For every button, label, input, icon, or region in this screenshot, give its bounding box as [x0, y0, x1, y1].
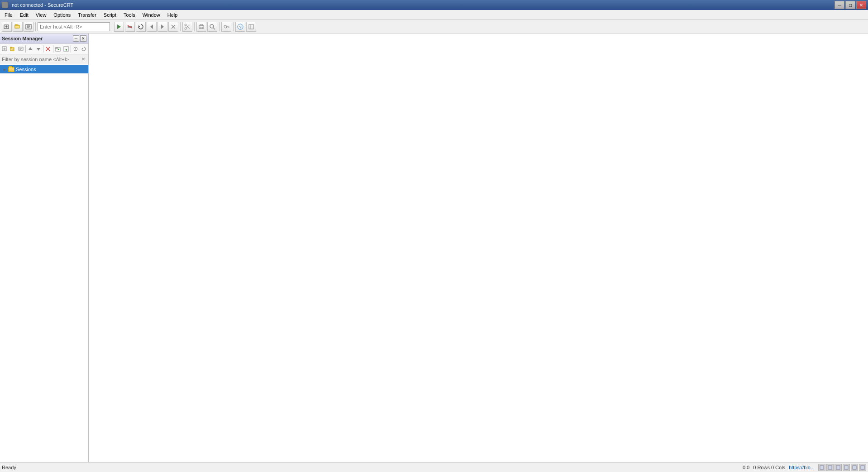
reconnect-btn[interactable]	[136, 22, 146, 32]
svg-rect-53	[64, 47, 68, 51]
status-icons	[818, 464, 866, 471]
prev-session-btn[interactable]	[147, 22, 157, 32]
svg-rect-63	[853, 466, 856, 469]
svg-point-27	[224, 25, 227, 28]
session-toolbar	[0, 43, 88, 54]
sm-sep-3	[53, 45, 53, 53]
svg-marker-13	[138, 25, 140, 27]
toolbar-sep-6	[233, 22, 234, 31]
svg-line-21	[186, 25, 190, 29]
find-btn[interactable]	[207, 22, 217, 32]
close-tab-btn[interactable]	[168, 22, 178, 32]
svg-point-57	[75, 49, 76, 50]
svg-text:?: ?	[239, 25, 241, 29]
menu-tools[interactable]: Tools	[120, 10, 139, 19]
menu-script[interactable]: Script	[100, 10, 120, 19]
svg-rect-24	[200, 27, 203, 29]
dimensions-text: 0 Rows 0 Cols	[753, 465, 785, 470]
sm-refresh-btn[interactable]	[80, 45, 87, 53]
svg-rect-62	[844, 466, 848, 469]
sm-connect-window-btn[interactable]	[62, 45, 70, 53]
menu-edit[interactable]: Edit	[16, 10, 32, 19]
toolbar-sep-5	[219, 22, 219, 31]
new-session-toolbar-btn[interactable]	[2, 22, 12, 32]
svg-rect-5	[15, 25, 19, 28]
status-bar: Ready 0 0 0 Rows 0 Cols https://blo...	[0, 462, 868, 472]
svg-marker-58	[82, 48, 83, 49]
svg-marker-54	[65, 49, 67, 51]
menu-bar: File Edit View Options Transfer Script T…	[0, 10, 868, 20]
status-icon-2[interactable]	[826, 464, 834, 471]
menu-file[interactable]: File	[1, 10, 16, 19]
title-controls[interactable]: ─ □ ✕	[835, 1, 866, 9]
menu-window[interactable]: Window	[139, 10, 164, 19]
sm-sep-4	[71, 45, 71, 53]
sm-rename-btn[interactable]	[17, 45, 24, 53]
next-session-btn[interactable]	[157, 22, 167, 32]
filter-close-btn[interactable]: ✕	[80, 56, 86, 63]
main-content	[89, 34, 868, 462]
session-panel-pin-btn[interactable]: ─	[73, 35, 79, 42]
svg-marker-14	[150, 24, 153, 29]
sm-move-up-btn[interactable]	[27, 45, 34, 53]
sm-connect-tab-btn[interactable]	[54, 45, 62, 53]
window-title: not connected - SecureCRT	[10, 2, 73, 8]
status-text: Ready	[2, 465, 16, 470]
status-left: Ready	[2, 465, 16, 470]
session-filter-input[interactable]	[2, 55, 80, 63]
close-button[interactable]: ✕	[856, 1, 866, 9]
url-link[interactable]: https://blo...	[789, 465, 815, 470]
status-icon-3[interactable]	[835, 464, 842, 471]
status-icon-1[interactable]	[818, 464, 825, 471]
status-right: 0 0 0 Rows 0 Cols https://blo...	[743, 464, 866, 471]
session-panel-close-btn[interactable]: ✕	[80, 35, 86, 42]
menu-view[interactable]: View	[32, 10, 50, 19]
key-btn[interactable]	[221, 22, 231, 32]
sm-move-down-btn[interactable]	[34, 45, 42, 53]
session-list-btn[interactable]	[24, 22, 33, 32]
status-icon-5[interactable]	[851, 464, 858, 471]
svg-line-26	[213, 28, 215, 29]
title-bar: not connected - SecureCRT ─ □ ✕	[0, 0, 868, 10]
toolbar-sep-3	[180, 22, 181, 31]
open-toolbar-btn[interactable]	[13, 22, 23, 32]
sm-new-session-btn[interactable]	[1, 45, 9, 53]
svg-rect-33	[249, 24, 253, 29]
toolbar-sep-4	[194, 22, 195, 31]
menu-options[interactable]: Options	[50, 10, 74, 19]
svg-marker-10	[117, 24, 121, 29]
title-left: not connected - SecureCRT	[2, 2, 73, 8]
filter-bar: ✕	[0, 54, 88, 64]
main-layout: Session Manager ─ ✕	[0, 34, 868, 462]
svg-marker-46	[29, 47, 32, 50]
session-tree: ▶ Sessions	[0, 64, 88, 462]
sm-delete-btn[interactable]	[44, 45, 52, 53]
help-btn[interactable]: ?	[235, 22, 245, 32]
connect-btn[interactable]	[114, 22, 124, 32]
svg-point-18	[185, 28, 186, 29]
svg-rect-59	[820, 466, 824, 469]
maximize-button[interactable]: □	[845, 1, 855, 9]
tree-expand-icon: ▶	[2, 67, 7, 72]
print-btn[interactable]	[196, 22, 206, 32]
svg-point-35	[250, 25, 251, 26]
status-icon-6[interactable]	[859, 464, 866, 471]
sessions-tree-item[interactable]: ▶ Sessions	[0, 65, 88, 73]
host-input[interactable]	[38, 22, 110, 31]
menu-help[interactable]: Help	[164, 10, 181, 19]
svg-point-25	[210, 24, 214, 28]
about-btn[interactable]	[246, 22, 256, 32]
scissors-btn[interactable]	[182, 22, 192, 32]
toolbar-sep-2	[112, 22, 112, 31]
svg-rect-51	[56, 48, 57, 48]
session-panel: Session Manager ─ ✕	[0, 34, 89, 462]
toolbar: ?	[0, 20, 868, 34]
menu-transfer[interactable]: Transfer	[74, 10, 100, 19]
minimize-button[interactable]: ─	[835, 1, 844, 9]
sessions-folder-icon	[8, 67, 14, 72]
svg-rect-40	[10, 47, 12, 48]
disconnect-btn[interactable]	[125, 22, 135, 32]
sm-new-folder-btn[interactable]	[9, 45, 17, 53]
sm-properties-btn[interactable]	[72, 45, 80, 53]
status-icon-4[interactable]	[843, 464, 850, 471]
